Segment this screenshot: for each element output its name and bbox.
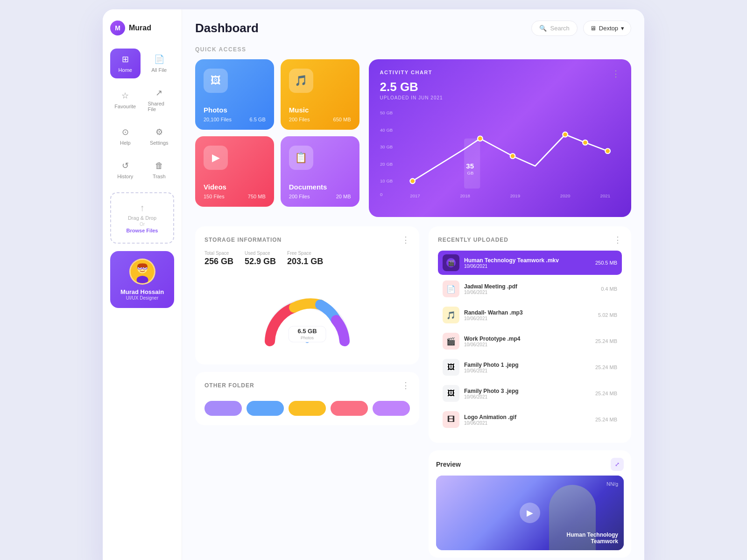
folder-chip-3[interactable] <box>331 401 368 416</box>
recently-uploaded-title: RECENTLY UPLOADED <box>438 237 508 243</box>
svg-text:2019: 2019 <box>510 193 520 198</box>
svg-point-25 <box>478 136 483 141</box>
sidebar-item-favourite[interactable]: ☆ Favourite <box>110 82 141 118</box>
quick-card-videos[interactable]: ▶ Videos 150 Files 750 MB <box>195 136 274 207</box>
app-name: Murad <box>129 24 151 32</box>
chevron-down-icon: ▾ <box>621 25 624 32</box>
other-folder-menu[interactable]: ⋮ <box>402 381 410 390</box>
svg-text:Photos: Photos <box>301 336 314 340</box>
folder-chip-1[interactable] <box>247 401 284 416</box>
device-badge[interactable]: 🖥 Dextop ▾ <box>583 21 631 36</box>
recent-item-1[interactable]: 📄 Jadwal Meeting .pdf 10/06/2021 0.4 MB <box>438 277 622 301</box>
logo-avatar: M <box>110 21 125 35</box>
svg-text:20 GB: 20 GB <box>380 161 393 167</box>
recent-item-0[interactable]: 🎬 Human Technology Teamwork .mkv 10/06/2… <box>438 251 622 275</box>
preview-image: ▶ Human Technology Teamwork NN/g <box>436 476 624 550</box>
storage-menu[interactable]: ⋮ <box>402 236 410 244</box>
svg-text:10 GB: 10 GB <box>380 178 393 183</box>
videos-name: Videos <box>204 183 266 191</box>
recent-thumb-0: 🎬 <box>443 254 459 271</box>
recent-item-5[interactable]: 🖼 Family Photo 3 .jepg 10/06/2021 25.24 … <box>438 381 622 406</box>
recent-info-1: Jadwal Meeting .pdf 10/06/2021 <box>464 283 596 295</box>
activity-size: 2.5 GB <box>380 80 620 94</box>
activity-chart-title: ACTIVITY CHART <box>380 70 432 75</box>
svg-text:2018: 2018 <box>460 193 470 198</box>
svg-text:🎬: 🎬 <box>448 259 455 266</box>
storage-title: STORAGE INFORMATION <box>204 237 282 243</box>
preview-title: Preview <box>436 461 461 468</box>
videos-files: 150 Files <box>204 194 225 199</box>
bottom-section: STORAGE INFORMATION ⋮ Total Space 256 GB… <box>195 226 631 558</box>
total-space-stat: Total Space 256 GB <box>204 251 233 266</box>
favourite-icon: ☆ <box>121 91 129 101</box>
or-text: Or <box>116 222 169 227</box>
upload-icon: ↑ <box>116 203 169 213</box>
sidebar-item-trash[interactable]: 🗑 Trash <box>144 155 175 185</box>
device-icon: 🖥 <box>590 25 596 32</box>
svg-point-26 <box>510 154 515 159</box>
recent-thumb-2: 🎵 <box>443 307 459 323</box>
search-icon: 🔍 <box>539 25 547 32</box>
recent-info-4: Family Photo 1 .jepg 10/06/2021 <box>464 362 591 373</box>
quick-card-photos[interactable]: 🖼 Photos 20,100 Files 6.5 GB <box>195 59 274 130</box>
search-box[interactable]: 🔍 Search <box>531 21 578 36</box>
profile-card: Murad Hossain UI/UX Designer <box>110 251 174 308</box>
quick-card-docs[interactable]: 📋 Documents 200 Files 20 MB <box>281 136 359 207</box>
svg-point-9 <box>136 276 148 284</box>
photos-icon: 🖼 <box>204 69 228 93</box>
preview-caption: Human Technology Teamwork <box>567 532 618 545</box>
recent-thumb-4: 🖼 <box>443 359 459 376</box>
quick-card-music[interactable]: 🎵 Music 200 Files 650 MB <box>281 59 359 130</box>
browse-link[interactable]: Browse Files <box>116 228 169 233</box>
sidebar: M Murad ⊞ Home 📄 All File ☆ Favourite ↗ <box>103 9 182 560</box>
expand-button[interactable]: ⤢ <box>611 458 624 471</box>
music-size: 650 MB <box>333 117 351 122</box>
activity-chart-menu[interactable]: ⋮ <box>612 70 620 78</box>
sidebar-item-settings[interactable]: ⚙ Settings <box>144 121 175 151</box>
storage-card: STORAGE INFORMATION ⋮ Total Space 256 GB… <box>195 226 419 364</box>
recently-uploaded-menu[interactable]: ⋮ <box>613 236 622 244</box>
folder-chip-2[interactable] <box>289 401 326 416</box>
sidebar-item-help[interactable]: ⊙ Help <box>110 121 141 151</box>
photos-name: Photos <box>204 106 266 114</box>
folder-chip-4[interactable] <box>373 401 410 416</box>
recent-info-6: Logo Animation .gif 10/06/2021 <box>464 414 591 426</box>
music-name: Music <box>289 106 351 114</box>
chart-area: 50 GB 40 GB 30 GB 20 GB 10 GB 0 2017 201… <box>380 107 620 200</box>
used-space-stat: Used Space 52.9 GB <box>245 251 276 266</box>
other-folder-card: OTHER FOLDER ⋮ <box>195 372 419 425</box>
svg-point-27 <box>563 132 568 137</box>
sidebar-item-shared-file[interactable]: ↗ Shared File <box>144 82 175 118</box>
sidebar-item-all-file[interactable]: 📄 All File <box>144 49 175 78</box>
drag-drop-text: Drag & Drop <box>116 215 169 221</box>
recent-item-6[interactable]: 🎞 Logo Animation .gif 10/06/2021 25.24 M… <box>438 407 622 432</box>
recent-item-3[interactable]: 🎬 Work Prototype .mp4 10/06/2021 25.24 M… <box>438 329 622 353</box>
svg-text:6.5 GB: 6.5 GB <box>297 328 317 335</box>
folder-chip-0[interactable] <box>204 401 242 416</box>
sidebar-item-home[interactable]: ⊞ Home <box>110 49 141 78</box>
music-icon: 🎵 <box>289 69 313 93</box>
svg-text:2017: 2017 <box>410 193 420 198</box>
upload-box[interactable]: ↑ Drag & Drop Or Browse Files <box>110 192 174 244</box>
gauge-area: 6.5 GB Photos <box>204 271 410 355</box>
all-file-icon: 📄 <box>154 54 164 64</box>
header: Dashboard 🔍 Search 🖥 Dextop ▾ <box>195 21 631 36</box>
recent-item-4[interactable]: 🖼 Family Photo 1 .jepg 10/06/2021 25.24 … <box>438 355 622 379</box>
activity-subtitle: UPLOADED IN JUN 2021 <box>380 95 620 100</box>
docs-size: 20 MB <box>336 194 351 199</box>
recent-info-3: Work Prototype .mp4 10/06/2021 <box>464 336 591 347</box>
recent-info-2: Randall- Warhan .mp3 10/06/2021 <box>464 309 593 321</box>
sidebar-item-history[interactable]: ↺ History <box>110 155 141 185</box>
home-icon: ⊞ <box>122 54 129 64</box>
recently-uploaded-card: RECENTLY UPLOADED ⋮ 🎬 Human Technology T… <box>429 226 631 443</box>
trash-icon: 🗑 <box>155 161 163 171</box>
music-files: 200 Files <box>289 117 310 122</box>
recent-item-2[interactable]: 🎵 Randall- Warhan .mp3 10/06/2021 5.02 M… <box>438 303 622 327</box>
svg-text:2020: 2020 <box>560 193 570 198</box>
profile-role: UI/UX Designer <box>118 295 167 301</box>
sidebar-logo: M Murad <box>110 21 174 35</box>
svg-text:2021: 2021 <box>600 193 610 198</box>
gauge-svg: 6.5 GB Photos <box>256 271 359 355</box>
shared-file-icon: ↗ <box>155 88 162 98</box>
preview-play-button[interactable]: ▶ <box>520 503 540 523</box>
